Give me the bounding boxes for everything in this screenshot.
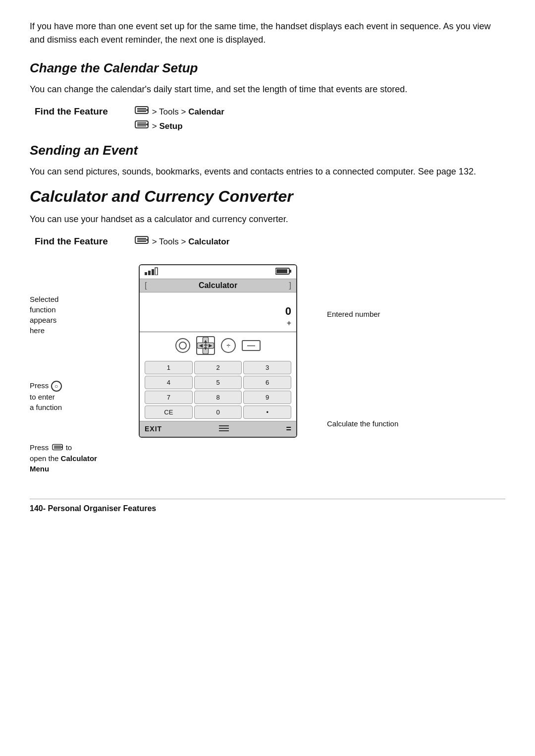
display-number: 0	[285, 305, 291, 318]
phone-title-bar: [ Calculator ]	[140, 279, 296, 292]
calculator-diagram: Selectedfunctionappearshere Press ○ to e…	[30, 264, 505, 474]
exit-button[interactable]: EXIT	[145, 425, 162, 433]
svg-rect-20	[145, 272, 147, 275]
find-feature-calculator-row: Find the Feature > Tools > Calculator	[35, 235, 505, 249]
display-plus: +	[287, 319, 291, 328]
key-1[interactable]: 1	[145, 361, 193, 374]
find-feature-calculator-path: > Tools > Calculator	[134, 235, 229, 249]
calc-left-labels: Selectedfunctionappearshere Press ○ to e…	[30, 294, 109, 474]
key-5[interactable]: 5	[194, 376, 242, 389]
footer-text: - Personal Organiser Features	[43, 504, 157, 513]
find-feature-calendar-label: Find the Feature	[35, 105, 114, 117]
calc-phone-mockup: [ Calculator ] 0 +	[114, 264, 322, 438]
menu-icon-4	[52, 443, 63, 453]
phone-title-text: Calculator	[147, 281, 289, 290]
label-selected-function: Selectedfunctionappearshere	[30, 294, 109, 336]
svg-point-27	[179, 342, 186, 349]
key-6[interactable]: 6	[243, 376, 291, 389]
ok-button-icon: ○	[51, 381, 62, 392]
svg-text:◀: ◀	[199, 343, 203, 348]
menu-icon-2	[135, 119, 149, 134]
phone-nav-row: ▲ ▼ ◀ ▶ ✛ ÷ —	[140, 332, 296, 359]
phone-keypad: 1 2 3 4 5 6 7 8 9 CE 0 •	[140, 359, 296, 421]
calc-right-labels: Entered number Calculate the function	[327, 309, 406, 429]
phone-status-bar	[140, 265, 296, 279]
dpad-cross[interactable]: ▲ ▼ ◀ ▶ ✛	[196, 336, 215, 355]
page-footer: 140- Personal Organiser Features	[30, 499, 505, 513]
equals-button[interactable]: =	[286, 424, 291, 434]
find-feature-calculator-label: Find the Feature	[35, 235, 114, 247]
key-dot[interactable]: •	[243, 406, 291, 419]
div-nav-button[interactable]: ÷	[221, 338, 236, 353]
intro-paragraph: If you have more than one event set up f…	[30, 20, 505, 47]
label-press-ok: Press ○ to entera function	[30, 380, 109, 412]
menu-icon-3	[135, 235, 149, 249]
key-7[interactable]: 7	[145, 391, 193, 404]
svg-text:▶: ▶	[209, 343, 213, 348]
find-feature-calendar-path: > Tools > Calendar > Setup	[134, 105, 224, 134]
find-feature-calendar-row: Find the Feature > Tools > Calendar	[35, 105, 505, 134]
page-number: 140	[30, 504, 43, 513]
battery-indicator	[275, 267, 291, 277]
key-9[interactable]: 9	[243, 391, 291, 404]
svg-rect-22	[152, 269, 154, 275]
menu-bottom-icon[interactable]	[219, 424, 229, 434]
key-4[interactable]: 4	[145, 376, 193, 389]
key-8[interactable]: 8	[194, 391, 242, 404]
minus-nav-button[interactable]: —	[242, 340, 261, 351]
calculator-body: You can use your handset as a calculator…	[30, 213, 505, 226]
svg-rect-25	[289, 270, 291, 273]
label-calculate-function: Calculate the function	[327, 418, 406, 429]
label-entered-number: Entered number	[327, 309, 406, 319]
key-3[interactable]: 3	[243, 361, 291, 374]
sending-event-body: You can send pictures, sounds, bookmarks…	[30, 165, 505, 178]
calendar-path-text2: > Setup	[152, 121, 183, 131]
phone-display: 0 +	[140, 292, 296, 332]
calculator-title: Calculator and Currency Converter	[30, 187, 505, 206]
key-0[interactable]: 0	[194, 406, 242, 419]
sending-event-title: Sending an Event	[30, 143, 505, 158]
svg-text:✛: ✛	[204, 343, 208, 348]
phone-screen: [ Calculator ] 0 +	[139, 264, 297, 438]
svg-rect-23	[155, 268, 158, 275]
menu-icon-1	[135, 105, 149, 119]
change-calendar-body: You can change the calendar's daily star…	[30, 83, 505, 96]
key-ce[interactable]: CE	[145, 406, 193, 419]
signal-bars	[145, 267, 160, 277]
label-press-menu: Press to open the CalculatorMenu	[30, 442, 109, 474]
change-calendar-title: Change the Calendar Setup	[30, 60, 505, 76]
phone-bottom-bar: EXIT =	[140, 421, 296, 437]
calendar-path-text1: > Tools > Calendar	[152, 107, 224, 116]
key-2[interactable]: 2	[194, 361, 242, 374]
svg-rect-21	[148, 271, 151, 275]
svg-rect-26	[276, 269, 287, 273]
calculator-path-text: > Tools > Calculator	[152, 237, 230, 246]
ok-nav-button[interactable]	[175, 338, 190, 353]
